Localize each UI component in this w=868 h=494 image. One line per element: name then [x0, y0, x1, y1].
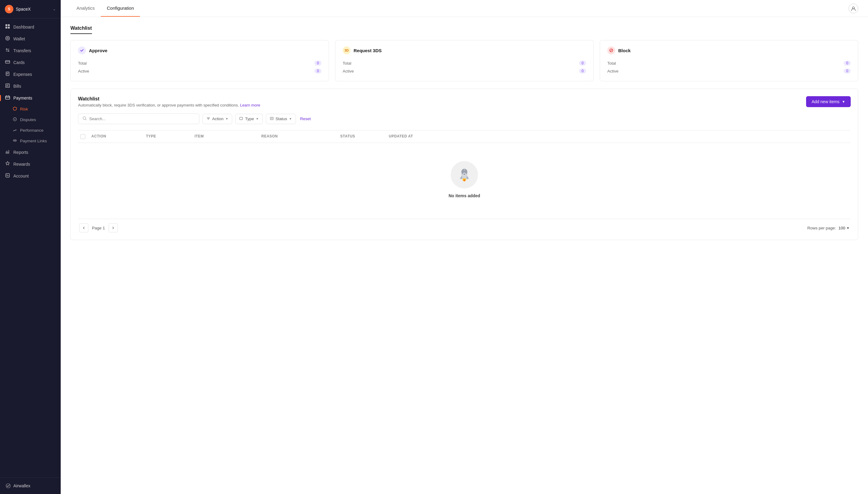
approve-active-row: Active 0 — [78, 67, 321, 75]
page-nav: Page 1 — [79, 223, 118, 232]
block-active-row: Active 0 — [607, 67, 851, 75]
request3ds-active-value: 0 — [579, 69, 586, 73]
action-filter-icon — [206, 116, 210, 121]
select-all-checkbox[interactable] — [80, 134, 85, 139]
watchlist-panel-desc: Automatically block, require 3DS verific… — [78, 103, 260, 108]
svg-point-22 — [464, 179, 465, 182]
request3ds-active-row: Active 0 — [343, 67, 586, 75]
sidebar-item-reports[interactable]: Reports — [0, 146, 61, 158]
risk-icon — [13, 107, 17, 112]
sidebar-item-expenses[interactable]: Expenses — [0, 68, 61, 80]
company-logo: S — [5, 5, 13, 13]
tab-configuration[interactable]: Configuration — [101, 0, 140, 17]
block-total-row: Total 0 — [607, 59, 851, 67]
action-filter[interactable]: Action ▼ — [203, 114, 232, 124]
request3ds-icon: 3D — [343, 46, 351, 54]
transfers-icon — [5, 48, 10, 53]
user-avatar[interactable] — [849, 4, 858, 13]
block-active-value: 0 — [844, 69, 851, 73]
type-filter-label: Type — [245, 116, 254, 121]
approve-total-row: Total 0 — [78, 59, 321, 67]
airwallex-logo: Airwallex — [5, 482, 30, 489]
table-checkbox-header[interactable] — [80, 134, 91, 139]
svg-rect-3 — [8, 27, 10, 28]
status-filter-label: Status — [276, 116, 287, 121]
cards-icon — [5, 59, 10, 65]
sidebar-item-rewards[interactable]: Rewards — [0, 158, 61, 170]
block-active-label: Active — [607, 69, 619, 73]
sidebar-item-cards[interactable]: Cards — [0, 56, 61, 68]
request3ds-total-row: Total 0 — [343, 59, 586, 67]
sidebar-item-payments[interactable]: Payments — [0, 92, 61, 104]
approve-header: Approve — [78, 46, 321, 54]
rows-per-page-label: Rows per page: — [807, 226, 836, 230]
sidebar-item-bills[interactable]: Bills — [0, 80, 61, 92]
sidebar-item-transfers[interactable]: Transfers — [0, 44, 61, 56]
search-box[interactable] — [78, 113, 200, 124]
col-reason: REASON — [261, 134, 340, 139]
rows-per-page: Rows per page: 100 ▼ — [807, 226, 849, 230]
stat-cards-row: Approve Total 0 Active 0 3D Request 3DS — [71, 40, 858, 81]
top-bar: Analytics Configuration — [61, 0, 868, 17]
status-filter[interactable]: Status ▼ — [266, 114, 296, 124]
sidebar-item-wallet[interactable]: Wallet — [0, 33, 61, 44]
watchlist-panel-header: Watchlist Automatically block, require 3… — [78, 96, 851, 108]
next-page-button[interactable] — [109, 223, 118, 232]
sidebar-item-account[interactable]: Account — [0, 170, 61, 182]
empty-state: No items added — [78, 143, 851, 216]
rows-per-page-select[interactable]: 100 ▼ — [838, 226, 849, 230]
request3ds-active-label: Active — [343, 69, 354, 73]
sidebar-sub-payment-links[interactable]: Payment Links — [0, 136, 61, 146]
sidebar-nav: Dashboard Wallet Transfers Cards Expense — [0, 19, 61, 477]
tab-analytics[interactable]: Analytics — [71, 0, 101, 17]
account-icon — [5, 173, 10, 179]
status-chevron-icon: ▼ — [289, 117, 292, 120]
request3ds-total-value: 0 — [579, 61, 586, 65]
reports-icon — [5, 149, 10, 155]
sidebar-sub-risk[interactable]: Risk — [0, 104, 61, 114]
search-input[interactable] — [89, 116, 195, 121]
sidebar-footer: Airwallex — [0, 477, 61, 494]
sidebar-sub-performance[interactable]: Performance — [0, 125, 61, 136]
block-icon — [607, 46, 615, 54]
sidebar-sub-disputes[interactable]: Disputes — [0, 114, 61, 125]
payment-links-icon — [13, 138, 17, 144]
stat-card-request3ds: 3D Request 3DS Total 0 Active 0 — [335, 40, 593, 81]
bills-icon — [5, 83, 10, 89]
learn-more-link[interactable]: Learn more — [240, 103, 260, 108]
status-filter-icon — [270, 116, 274, 121]
performance-icon — [13, 128, 17, 133]
sidebar-item-dashboard[interactable]: Dashboard — [0, 21, 61, 33]
prev-page-button[interactable] — [79, 223, 88, 232]
rows-per-page-value: 100 — [838, 226, 846, 230]
block-header: Block — [607, 46, 851, 54]
approve-active-value: 0 — [315, 69, 321, 73]
sidebar: S SpaceX ⌄ Dashboard Wallet Transfers — [0, 0, 61, 494]
approve-title: Approve — [89, 48, 108, 53]
watchlist-panel-info: Watchlist Automatically block, require 3… — [78, 96, 260, 108]
dashboard-label: Dashboard — [13, 24, 34, 30]
expenses-label: Expenses — [13, 72, 32, 77]
sidebar-header[interactable]: S SpaceX ⌄ — [0, 0, 61, 19]
reset-button[interactable]: Reset — [299, 114, 312, 124]
approve-icon — [78, 46, 86, 54]
watchlist-panel-title: Watchlist — [78, 96, 260, 102]
block-title: Block — [618, 48, 631, 53]
svg-rect-1 — [8, 24, 10, 26]
approve-total-label: Total — [78, 61, 87, 65]
svg-rect-10 — [6, 174, 10, 177]
empty-state-illustration — [451, 161, 478, 188]
request3ds-title: Request 3DS — [354, 48, 382, 53]
disputes-label: Disputes — [20, 117, 36, 122]
content-area: Watchlist Approve Total 0 Active 0 — [61, 17, 868, 494]
watchlist-tab-label[interactable]: Watchlist — [71, 25, 92, 34]
filters-row: Action ▼ Type ▼ Status ▼ — [78, 113, 851, 124]
svg-point-19 — [464, 173, 465, 175]
table-header: ACTION TYPE ITEM REASON STATUS UPDATED A… — [78, 131, 851, 143]
svg-rect-6 — [5, 61, 10, 63]
add-new-items-button[interactable]: Add new items ▼ — [806, 96, 851, 107]
type-filter[interactable]: Type ▼ — [235, 114, 263, 124]
col-item: ITEM — [194, 134, 261, 139]
type-chevron-icon: ▼ — [256, 117, 259, 120]
account-label: Account — [13, 174, 29, 178]
